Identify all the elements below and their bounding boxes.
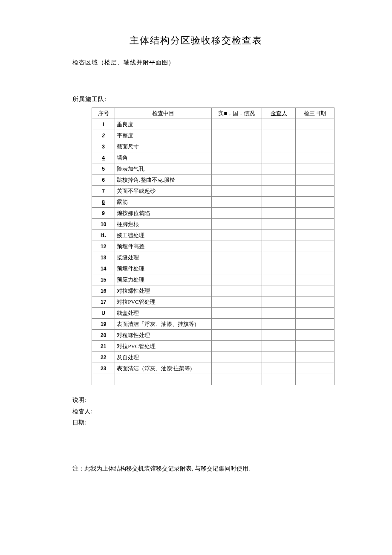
cell-seq: 9 — [92, 208, 115, 219]
cell-date — [296, 374, 334, 385]
cell-seq: 13 — [92, 252, 115, 263]
cell-date — [296, 119, 334, 130]
cell-date — [296, 197, 334, 208]
cell-person — [262, 252, 296, 263]
cell-person — [262, 330, 296, 341]
cell-seq: 19 — [92, 319, 115, 330]
cell-seq: I — [92, 119, 115, 130]
cell-item: 煌按那位筑陷 — [115, 208, 211, 219]
table-row: 23表面清洁（浮灰、油漆'拄架等) — [92, 363, 334, 374]
cell-date — [296, 241, 334, 252]
cell-item: 表面清洁（浮灰、油漆'拄架等) — [115, 363, 211, 374]
table-row — [92, 374, 334, 385]
cell-item: 关面不平或起砂 — [115, 186, 211, 197]
cell-seq: 5 — [92, 163, 115, 174]
footer-section: 说明: 检杳人: 日期: — [26, 395, 366, 429]
cell-item: 对粒螺性处理 — [115, 330, 211, 341]
cell-seq: 7 — [92, 186, 115, 197]
table-row: 5险表加气孔 — [92, 163, 334, 174]
header-status: 实■，国，债况 — [211, 108, 262, 119]
cell-status — [211, 363, 262, 374]
cell-status — [211, 296, 262, 308]
cell-person — [262, 219, 296, 230]
cell-status — [211, 374, 262, 385]
cell-date — [296, 319, 334, 330]
date-label: 日期: — [72, 417, 366, 429]
inspector-label: 检杳人: — [72, 406, 366, 418]
cell-status — [211, 263, 262, 274]
header-person: 金查人 — [262, 108, 296, 119]
cell-seq: 12 — [92, 241, 115, 252]
cell-item: 表面清洁「浮灰、油漆、挂旗等) — [115, 319, 211, 330]
table-row: 12预埋件高差 — [92, 241, 334, 252]
cell-person — [262, 152, 296, 163]
cell-status — [211, 285, 262, 296]
page-title: 主体结构分区验收移交检查表 — [26, 34, 366, 47]
cell-item: 截面尺寸 — [115, 141, 211, 152]
cell-item: 垂良度 — [115, 119, 211, 130]
cell-person — [262, 141, 296, 152]
table-row: 20对粒螺性处理 — [92, 330, 334, 341]
table-row: I垂良度 — [92, 119, 334, 130]
cell-person — [262, 186, 296, 197]
table-row: 14预埋件处理 — [92, 263, 334, 274]
cell-status — [211, 186, 262, 197]
table-row: 3截面尺寸 — [92, 141, 334, 152]
explanation-label: 说明: — [72, 395, 366, 406]
table-row: 7关面不平或起砂 — [92, 186, 334, 197]
cell-status — [211, 252, 262, 263]
note-text: 注：此我为上体结构移交机装馆移交记录附表, 与移交记集同时使用. — [26, 465, 366, 473]
cell-item: 柱脚烂根 — [115, 219, 211, 230]
cell-status — [211, 141, 262, 152]
cell-person — [262, 308, 296, 319]
table-row: 15预应力处理 — [92, 274, 334, 285]
cell-date — [296, 163, 334, 174]
cell-date — [296, 308, 334, 319]
cell-seq: 6 — [92, 174, 115, 186]
inspection-table: 序号 检查中目 实■，国，债况 金查人 检三日期 I垂良度2平整度3截面尺寸4墙… — [92, 108, 334, 385]
cell-person — [262, 208, 296, 219]
cell-seq: 3 — [92, 141, 115, 152]
cell-status — [211, 174, 262, 186]
cell-person — [262, 274, 296, 285]
cell-person — [262, 352, 296, 363]
cell-status — [211, 119, 262, 130]
cell-seq: 22 — [92, 352, 115, 363]
cell-seq: 8 — [92, 197, 115, 208]
table-row: 16对拉螺性处理 — [92, 285, 334, 296]
cell-seq: 23 — [92, 363, 115, 374]
cell-seq: 2 — [92, 130, 115, 141]
table-row: 2平整度 — [92, 130, 334, 141]
cell-status — [211, 219, 262, 230]
cell-person — [262, 374, 296, 385]
cell-seq: 10 — [92, 219, 115, 230]
table-header-row: 序号 检查中目 实■，国，债况 金查人 检三日期 — [92, 108, 334, 119]
cell-person — [262, 363, 296, 374]
cell-person — [262, 296, 296, 308]
cell-date — [296, 208, 334, 219]
cell-person — [262, 241, 296, 252]
cell-item: 线盒处理 — [115, 308, 211, 319]
cell-seq: 20 — [92, 330, 115, 341]
cell-date — [296, 330, 334, 341]
cell-person — [262, 163, 296, 174]
cell-seq: 16 — [92, 285, 115, 296]
table-row: 6跳校掉角.整曲不克.服楂 — [92, 174, 334, 186]
table-row: 22及自处理 — [92, 352, 334, 363]
table-row: 13接缝处理 — [92, 252, 334, 263]
table-row: 8露筋 — [92, 197, 334, 208]
cell-person — [262, 263, 296, 274]
table-row: 9煌按那位筑陷 — [92, 208, 334, 219]
header-date: 检三日期 — [296, 108, 334, 119]
cell-item: 对拉PVC管处理 — [115, 341, 211, 352]
table-row: 10柱脚烂根 — [92, 219, 334, 230]
cell-item: 预应力处理 — [115, 274, 211, 285]
cell-date — [296, 285, 334, 296]
cell-item: 险表加气孔 — [115, 163, 211, 174]
cell-person — [262, 119, 296, 130]
cell-status — [211, 274, 262, 285]
cell-date — [296, 130, 334, 141]
cell-item: 预埋件处理 — [115, 263, 211, 274]
cell-item: 対拉PVC管处理 — [115, 296, 211, 308]
cell-person — [262, 341, 296, 352]
